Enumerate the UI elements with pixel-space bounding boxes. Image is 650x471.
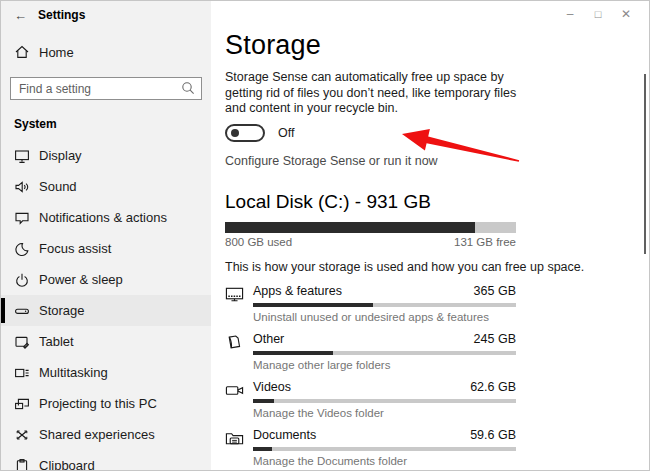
sidebar-item-focus-assist[interactable]: Focus assist (1, 233, 211, 264)
sidebar-item-sound[interactable]: Sound (1, 171, 211, 202)
notifications-icon (14, 210, 30, 226)
clipboard-icon (14, 458, 30, 471)
category-list: Apps & features 365 GB Uninstall unused … (225, 284, 649, 471)
configure-storage-sense-link[interactable]: Configure Storage Sense or run it now (225, 154, 438, 168)
usage-intro-text: This is how your storage is used and how… (225, 260, 649, 274)
storage-sense-toggle-row: Off (225, 124, 649, 142)
sidebar-nav: Display Sound Notifications & actions (1, 140, 211, 471)
close-button[interactable]: ✕ (612, 6, 640, 22)
sound-icon (14, 179, 30, 195)
category-size: 59.6 GB (470, 428, 516, 443)
titlebar-left: ← Settings (1, 1, 211, 29)
category-label: Other (253, 332, 284, 347)
multitasking-icon (14, 365, 30, 381)
disk-usage-bar-fill (225, 222, 475, 233)
sidebar-item-home[interactable]: Home (1, 37, 211, 67)
storage-sense-description: Storage Sense can automatically free up … (225, 70, 529, 117)
tablet-icon (14, 334, 30, 350)
category-size: 245 GB (474, 332, 516, 347)
window-controls: – □ ✕ (556, 6, 640, 22)
video-camera-icon (225, 380, 246, 420)
scrollbar-thumb[interactable] (644, 74, 646, 254)
search-box (10, 77, 202, 100)
sidebar-item-power-sleep[interactable]: Power & sleep (1, 264, 211, 295)
disk-usage-labels: 800 GB used 131 GB free (225, 236, 516, 248)
minimize-button[interactable]: – (556, 6, 584, 22)
projecting-icon (14, 396, 30, 412)
display-icon (14, 148, 30, 164)
disk-heading: Local Disk (C:) - 931 GB (225, 189, 649, 214)
sidebar-home-label: Home (39, 45, 74, 60)
shared-experiences-icon (14, 427, 30, 443)
sidebar-item-notifications[interactable]: Notifications & actions (1, 202, 211, 233)
sidebar: ← Settings Home System (1, 1, 211, 470)
category-label: Documents (253, 428, 316, 443)
documents-folder-icon (225, 428, 246, 468)
other-folder-icon (225, 332, 246, 372)
settings-window: ← Settings Home System (0, 0, 650, 471)
disk-used-label: 800 GB used (225, 236, 292, 248)
sidebar-item-clipboard[interactable]: Clipboard (1, 450, 211, 471)
category-subtitle: Manage the Documents folder (253, 455, 516, 468)
category-bar (253, 303, 516, 307)
toggle-state-label: Off (278, 126, 294, 140)
search-input[interactable] (10, 77, 202, 100)
back-icon[interactable]: ← (14, 8, 38, 23)
category-row-documents[interactable]: Documents 59.6 GB Manage the Documents f… (225, 428, 649, 468)
category-row-apps-features[interactable]: Apps & features 365 GB Uninstall unused … (225, 284, 649, 324)
storage-sense-toggle[interactable] (225, 124, 265, 142)
sidebar-item-storage[interactable]: Storage (1, 295, 211, 326)
disk-free-label: 131 GB free (454, 236, 516, 248)
category-row-videos[interactable]: Videos 62.6 GB Manage the Videos folder (225, 380, 649, 420)
category-subtitle: Manage other large folders (253, 359, 516, 372)
storage-icon (14, 303, 30, 319)
category-bar (253, 399, 516, 403)
page-title: Storage (225, 29, 649, 61)
moon-icon (14, 241, 30, 257)
main-panel: – □ ✕ Storage Storage Sense can automati… (211, 1, 649, 470)
disk-usage-bar (225, 222, 516, 233)
window-title: Settings (38, 8, 85, 22)
sidebar-item-display[interactable]: Display (1, 140, 211, 171)
apps-features-icon (225, 284, 246, 324)
category-size: 365 GB (474, 284, 516, 299)
category-row-other[interactable]: Other 245 GB Manage other large folders (225, 332, 649, 372)
maximize-button[interactable]: □ (584, 6, 612, 22)
category-label: Videos (253, 380, 291, 395)
category-subtitle: Uninstall unused or undesired apps & fea… (253, 311, 516, 324)
sidebar-item-projecting[interactable]: Projecting to this PC (1, 388, 211, 419)
sidebar-item-multitasking[interactable]: Multitasking (1, 357, 211, 388)
sidebar-section-system: System (14, 117, 211, 131)
category-bar (253, 351, 516, 355)
search-icon (181, 81, 195, 95)
toggle-knob (231, 129, 239, 137)
sidebar-item-tablet[interactable]: Tablet (1, 326, 211, 357)
category-subtitle: Manage the Videos folder (253, 407, 516, 420)
category-size: 62.6 GB (470, 380, 516, 395)
sidebar-item-shared-experiences[interactable]: Shared experiences (1, 419, 211, 450)
home-icon (14, 44, 30, 60)
category-bar (253, 447, 516, 451)
power-icon (14, 272, 30, 288)
category-label: Apps & features (253, 284, 342, 299)
